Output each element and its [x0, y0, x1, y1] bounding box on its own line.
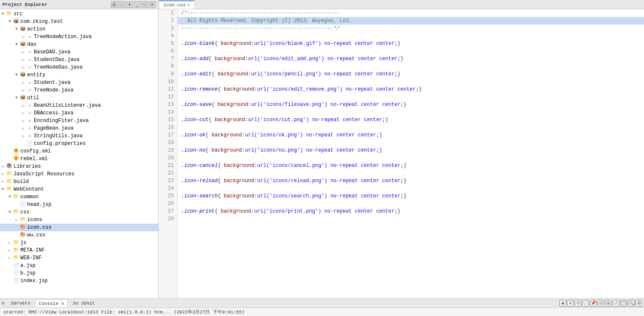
- tree-item-icon-css[interactable]: 🎨icon.css: [0, 224, 158, 231]
- code-line-13: .icon-save{ background:url('icons/filesa…: [178, 101, 644, 108]
- options-button[interactable]: ⚙: [636, 300, 642, 307]
- pin-button[interactable]: 📌: [590, 300, 597, 307]
- tree-item-css[interactable]: ▼📁css: [0, 208, 158, 216]
- line-number-9: 9: [159, 70, 177, 78]
- tree-item-encodingfiter-java[interactable]: ▷☕EncodingFiter.java: [0, 117, 158, 125]
- tree-item-entity[interactable]: ▼📦entity: [0, 71, 158, 79]
- tree-item-config-properties[interactable]: 📄config.properties: [0, 140, 158, 147]
- tree-item-web-inf[interactable]: ▷📁WEB-INF: [0, 254, 158, 262]
- tab-console[interactable]: Console ✕: [35, 299, 68, 307]
- collapse-all-button[interactable]: ⊟: [111, 1, 118, 8]
- tree-item-js[interactable]: ▷📁js: [0, 239, 158, 247]
- tree-label: icon.css: [27, 225, 52, 230]
- tree-label: WEB-INF: [20, 255, 41, 261]
- close-explorer-button[interactable]: ✕: [149, 1, 156, 8]
- tree-item-dao[interactable]: ▼📦dao: [0, 41, 158, 48]
- editor-tab-icon-css[interactable]: icon.css ✕: [159, 0, 195, 9]
- tree-item-basedao-java[interactable]: ▷☕BaseDAO.java: [0, 48, 158, 56]
- tree-item-dbaccess-java[interactable]: ▷☕DBAccess.java: [0, 109, 158, 117]
- sync-button[interactable]: ↕: [118, 1, 125, 8]
- tree-label: src: [14, 11, 23, 17]
- stop-button[interactable]: ■: [559, 300, 566, 307]
- code-line-22: [178, 169, 644, 177]
- tree-label: util: [27, 95, 39, 101]
- code-lines[interactable]: /*--------------------------------------…: [178, 9, 644, 298]
- tree-icon: ☕: [26, 125, 33, 132]
- tree-icon: 📁: [13, 247, 19, 254]
- line-number-21: 21: [159, 162, 177, 169]
- tree-item-stringutils-java[interactable]: ▷☕StringUtils.java: [0, 132, 158, 140]
- tab-close-icon[interactable]: ✕: [187, 3, 190, 8]
- tree-icon: 📁: [13, 239, 19, 246]
- tree-item-webcontent[interactable]: ▼📁WebContent: [0, 186, 158, 193]
- line-number-26: 26: [159, 200, 177, 208]
- tree-item-head-jsp[interactable]: 📄head.jsp: [0, 201, 158, 208]
- terminate-button[interactable]: ✕: [567, 300, 574, 307]
- tree-icon: ☕: [26, 79, 33, 86]
- tree-arrow: ▼: [14, 27, 19, 31]
- bottom-tab-bar: ⚙ Servers Console ✕ Ju JUnit ■ ✕ ⟲ ↓ 📌 ⊟…: [0, 299, 644, 308]
- view-menu-button[interactable]: ▾: [126, 1, 133, 8]
- tree-item-src[interactable]: ▼📁src: [0, 10, 158, 18]
- refresh-button[interactable]: ⟲: [575, 300, 581, 307]
- maximize-button[interactable]: □: [141, 1, 148, 8]
- tree-icon: 📄: [13, 270, 19, 277]
- line-number-10: 10: [159, 78, 177, 86]
- tree-item-student-java[interactable]: ▷☕Student.java: [0, 79, 158, 86]
- code-line-12: [178, 93, 644, 101]
- tree-item-rebel-xml[interactable]: 🔶rebel.xml: [0, 155, 158, 163]
- tree-item-treenodedao-java[interactable]: ▷☕TreeNodeDao.java: [0, 64, 158, 71]
- tab-label: icon.css: [163, 3, 186, 8]
- bottom-content: started: RMI://View LocalHost:1013 File:…: [0, 308, 644, 316]
- copy-button[interactable]: 📋: [620, 300, 627, 307]
- tree-item-action[interactable]: ▼📦action: [0, 25, 158, 33]
- tree-label: css: [20, 209, 30, 215]
- tree-item-treenode-java[interactable]: ▷☕TreeNode.java: [0, 86, 158, 94]
- tree-arrow: ▷: [7, 256, 13, 261]
- tree-item-libraries[interactable]: ▷📚Libraries: [0, 163, 158, 170]
- tree-item-build[interactable]: ▷📁build: [0, 178, 158, 186]
- tree-item-icons[interactable]: ▷📁icons: [0, 216, 158, 224]
- explorer-title: Project Explorer: [3, 2, 47, 7]
- word-wrap-button[interactable]: ⊟: [597, 300, 604, 307]
- tree-item-b-jsp[interactable]: 📄b.jsp: [0, 269, 158, 277]
- tree-icon: 📚: [6, 163, 13, 170]
- code-line-3: ----------------------------------------…: [178, 25, 644, 32]
- tree-item-config-xml[interactable]: 🔶config.xml: [0, 147, 158, 155]
- tree-item-meta-inf[interactable]: ▷📁META-INF: [0, 247, 158, 254]
- tab-junit[interactable]: Ju JUnit: [69, 299, 99, 307]
- tree-arrow: ▷: [20, 111, 26, 116]
- tree-item-wu-css[interactable]: 🎨wu.css: [0, 231, 158, 239]
- expand-button[interactable]: ⊞: [605, 300, 612, 307]
- tree-arrow: ▷: [20, 35, 26, 39]
- tree-item-index-jsp[interactable]: 📄index.jsp: [0, 277, 158, 285]
- scroll-lock-button[interactable]: ↓: [582, 300, 589, 307]
- tree-item-treenodeaction-java[interactable]: ▷☕TreeNodeAction.java: [0, 33, 158, 41]
- tree-item-common[interactable]: ▼📁common: [0, 193, 158, 201]
- tree-item-pagebean-java[interactable]: ▷☕PageBean.java: [0, 125, 158, 132]
- tree-item-a-jsp[interactable]: 📄a.jsp: [0, 262, 158, 269]
- open-console-button[interactable]: ⤢: [613, 300, 619, 307]
- tree-label: TreeNodeDao.java: [34, 64, 83, 70]
- tree-icon: ☕: [26, 49, 33, 55]
- tree-icon: 📁: [13, 209, 19, 216]
- tree-arrow: ▷: [20, 80, 26, 85]
- tree-item-com-zking-test[interactable]: ▼📦com.zking.test: [0, 18, 158, 25]
- search-console-button[interactable]: 🔍: [628, 300, 635, 307]
- tree-icon: 📁: [6, 171, 13, 177]
- line-number-3: 3: [159, 25, 177, 32]
- tree-label: BaseDAO.java: [34, 49, 70, 55]
- minimize-button[interactable]: _: [134, 1, 140, 8]
- tree-item-util[interactable]: ▼📦util: [0, 94, 158, 102]
- line-number-25: 25: [159, 192, 177, 200]
- tree-arrow: ▼: [14, 73, 19, 77]
- tree-item-beanutilslistener-java[interactable]: ▷☕BeanUtilsListener.java: [0, 102, 158, 109]
- tab-servers[interactable]: Servers: [7, 299, 34, 307]
- tree-item-javascript-resources[interactable]: ▷📁JavaScript Resources: [0, 170, 158, 178]
- tree-item-studentdao-java[interactable]: ▷☕StudentDao.java: [0, 56, 158, 64]
- tree-arrow: ▷: [20, 65, 26, 70]
- tree-icon: 🔶: [13, 148, 19, 155]
- explorer-actions: ⊟ ↕ ▾ _ □ ✕: [111, 1, 156, 8]
- tree-label: JavaScript Resources: [14, 171, 74, 177]
- tree-arrow: ▼: [7, 195, 13, 199]
